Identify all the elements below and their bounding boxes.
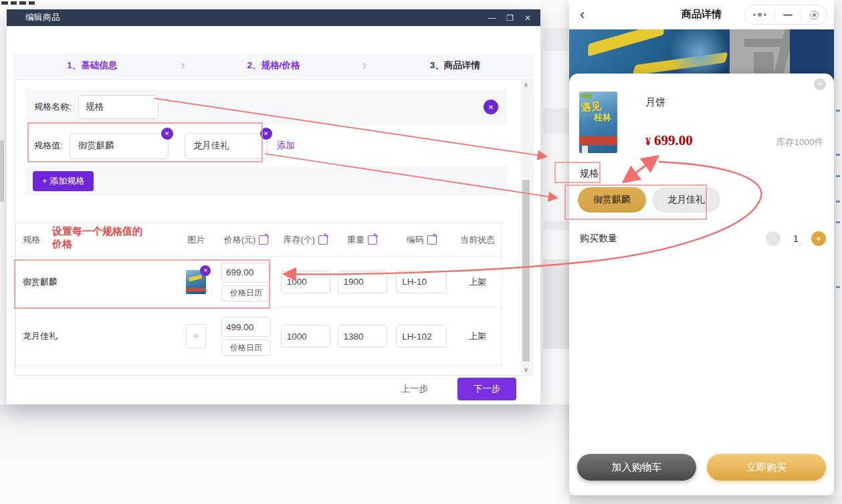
spec-option[interactable]: 龙月佳礼 [652,187,720,213]
scroll-down-icon[interactable]: ∨ [521,365,531,374]
row-spec-name: 龙月佳礼 [16,330,176,342]
step-basic-info[interactable]: 1、基础信息 [13,59,171,72]
spec-value-1: ✕ [70,133,169,159]
minimize-capsule-icon[interactable] [783,14,793,16]
header-image: 图片 [176,234,216,246]
exit-record-icon[interactable] [810,11,819,19]
header-stock: 库存(个) [283,234,315,246]
prev-step-button[interactable]: 上一步 [401,383,429,395]
add-value-link[interactable]: 添加 [277,140,295,152]
next-step-button[interactable]: 下一步 [457,378,516,400]
close-icon[interactable]: ✕ [524,14,531,22]
spec-values-row: 规格值: ✕ ✕ 添加 [25,125,508,166]
scroll-up-icon[interactable]: ∧ [521,80,531,90]
row-spec-name: 御赏麒麟 [16,276,176,288]
background-bottom-strip [569,495,842,504]
currency-symbol: ¥ [645,136,651,148]
chevron-right-icon: › [352,58,377,73]
remove-value-icon[interactable]: ✕ [260,128,272,140]
weight-input[interactable] [338,271,387,293]
plus-icon: + [42,176,47,186]
add-to-cart-button[interactable]: 加入购物车 [577,454,696,481]
quantity-value: 1 [780,233,811,244]
code-input[interactable] [396,325,447,348]
step-spec-price[interactable]: 2、规格/价格 [195,59,352,72]
chevron-right-icon: › [171,58,195,73]
more-menu-icon[interactable] [753,13,766,17]
status-text: 上架 [453,330,502,342]
background-scrollbar-fragment [0,140,4,202]
code-input[interactable] [396,271,447,293]
product-name: 月饼 [645,96,665,109]
edit-price-icon[interactable] [259,235,268,245]
quantity-stepper: − 1 + [766,231,826,246]
close-popup-icon[interactable]: ✕ [814,78,826,90]
step-product-detail[interactable]: 3、商品详情 [377,59,534,72]
header-weight: 重量 [347,234,364,246]
spec-form-panel: 规格名称: ✕ 规格值: ✕ ✕ 添加 + 添加规格 规格 图片 [15,79,532,376]
spec-option-selected[interactable]: 御赏麒麟 [578,187,646,213]
sku-popup-card: ✕ 遇见 桂林 月饼 ¥ 699.00 库存1000件 规格 御赏麒麟 龙月佳礼… [569,74,834,495]
buy-now-button[interactable]: 立即购买 [707,454,826,481]
increase-quantity-icon[interactable]: + [811,231,826,246]
status-text: 上架 [453,276,502,288]
spec-value-input-2[interactable] [185,133,268,159]
price-input[interactable] [221,317,271,337]
stock-input[interactable] [281,325,330,348]
spec-name-label: 规格名称: [34,101,72,113]
product-thumbnail: 遇见 桂林 [579,92,617,153]
header-spec: 规格 [16,234,176,246]
spec-name-input[interactable] [78,95,159,119]
step-indicator: 1、基础信息 › 2、规格/价格 › 3、商品详情 [13,53,534,78]
add-spec-button[interactable]: + 添加规格 [33,171,94,191]
add-spec-row: + 添加规格 [25,166,508,196]
sku-table: 规格 图片 价格(元) 库存(个) 重量 编码 当前状态 御赏麒麟 ✕ [15,223,502,366]
edit-product-dialog: 编辑商品 — ❐ ✕ 1、基础信息 › 2、规格/价格 › 3、商品详情 规格名… [7,9,540,404]
quantity-label: 购买数量 [580,233,617,245]
poster-word-2: 桂林 [594,112,611,124]
miniprogram-preview-window: ‹ 商品详情 ✕ 遇见 桂林 月饼 ¥ 69 [569,0,834,495]
maximize-icon[interactable]: ❐ [506,14,514,22]
spec-name-row: 规格名称: ✕ [25,89,508,125]
edit-code-icon[interactable] [427,235,437,245]
scrollbar-thumb[interactable] [522,180,530,362]
remove-value-icon[interactable]: ✕ [161,128,173,140]
remove-spec-icon[interactable]: ✕ [484,100,498,114]
stock-text: 库存1000件 [776,136,823,148]
decrease-quantity-icon[interactable]: − [766,231,780,246]
quantity-row: 购买数量 − 1 + [580,231,826,246]
sku-image-thumbnail[interactable]: ✕ [186,270,206,294]
product-price: 699.00 [654,132,693,149]
edit-stock-icon[interactable] [318,235,328,245]
header-status: 当前状态 [453,234,502,246]
background-window-fragment [1,0,41,5]
table-row: 龙月佳礼 + 价格日历 上架 [16,307,502,365]
spec-value-2: ✕ [175,133,268,159]
price-row: ¥ 699.00 库存1000件 [645,132,823,149]
dialog-title: 编辑商品 [25,12,60,23]
window-controls: — ❐ ✕ [488,9,531,26]
spec-value-input-1[interactable] [70,133,169,159]
action-buttons: 加入购物车 立即购买 [577,454,826,481]
price-calendar-button[interactable]: 价格日历 [221,340,271,356]
dialog-footer: 上一步 下一步 [401,378,517,400]
edit-weight-icon[interactable] [368,235,377,245]
spec-option-pills: 御赏麒麟 龙月佳礼 [578,187,720,213]
weight-input[interactable] [338,325,387,348]
table-row: 御赏麒麟 ✕ 价格日历 上架 [16,257,502,307]
dialog-titlebar: 编辑商品 — ❐ ✕ [7,9,540,26]
sku-table-header: 规格 图片 价格(元) 库存(个) 重量 编码 当前状态 [16,223,502,257]
price-calendar-button[interactable]: 价格日历 [221,285,271,301]
scrollbar[interactable]: ∧ ∨ [521,80,531,374]
stock-input[interactable] [281,271,330,293]
header-code: 编码 [407,234,424,246]
price-input[interactable] [221,263,271,283]
spec-section-label: 规格 [580,168,599,180]
upload-image-button[interactable]: + [186,324,206,348]
background-right-strip [834,0,842,504]
header-price: 价格(元) [224,234,256,246]
background-under-modal [0,404,569,504]
spec-values-label: 规格值: [34,140,63,152]
minimize-icon[interactable]: — [488,14,496,22]
remove-image-icon[interactable]: ✕ [200,265,211,276]
